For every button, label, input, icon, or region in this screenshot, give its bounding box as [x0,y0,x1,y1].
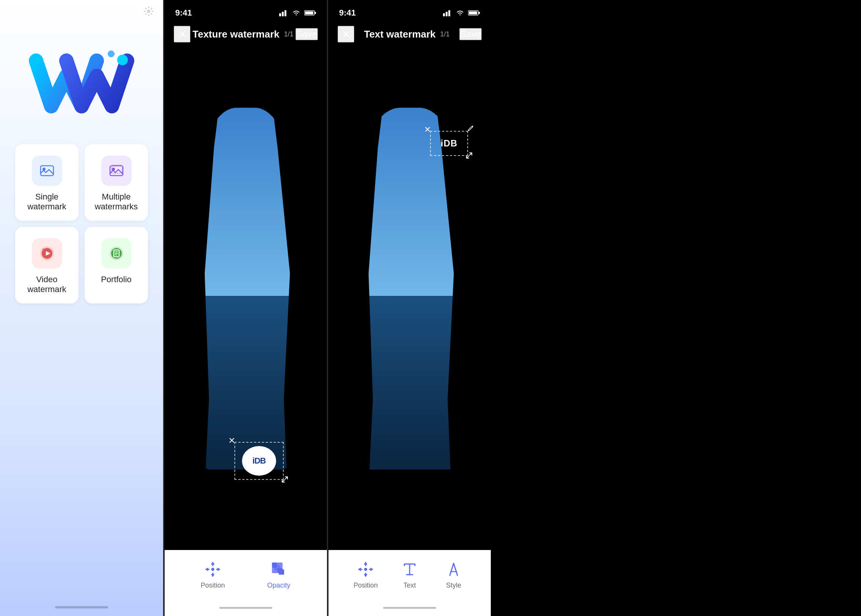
svg-point-0 [148,10,150,13]
text-status-icons [443,9,480,16]
idb-logo-watermark: iDB [242,446,276,476]
texture-resize-handle[interactable] [281,476,288,484]
svg-rect-32 [479,12,480,14]
text-header: ✕ Text watermark 1/1 Save [328,21,491,47]
multiple-watermarks-icon [101,156,132,186]
text-toolbar: Position Text Style [328,550,491,599]
texture-position-tool[interactable]: Position [196,560,230,589]
home-panel: Single watermark Multiple watermarks [0,0,163,616]
texture-status-icons [279,9,316,16]
portfolio-icon [101,238,132,269]
text-watermark-edit-icon[interactable] [467,125,474,134]
multiple-watermarks-card[interactable]: Multiple watermarks [85,144,148,221]
texture-time: 9:41 [175,8,192,18]
opacity-icon [270,560,288,578]
texture-bottom-bar [165,599,327,616]
text-watermark-close-icon[interactable]: ✕ [424,125,431,135]
single-watermark-card[interactable]: Single watermark [15,144,79,221]
svg-rect-11 [42,248,44,251]
svg-point-21 [211,568,214,571]
text-header-title: Text watermark 1/1 [364,28,450,40]
home-cards-grid: Single watermark Multiple watermarks [8,144,156,303]
svg-rect-3 [41,166,53,176]
svg-rect-20 [305,11,313,14]
texture-header-title: Texture watermark 1/1 [192,28,293,40]
svg-rect-33 [469,11,477,14]
home-bottom-indicator [55,606,108,608]
text-save-button[interactable]: Save [459,28,482,40]
svg-rect-19 [315,12,316,14]
texture-status-bar: 9:41 [165,0,327,21]
texture-page-count: 1/1 [284,30,294,38]
text-watermark-overlay[interactable]: ✕ iDB [430,131,468,156]
svg-point-2 [108,50,115,57]
text-style-icon [445,560,463,578]
text-cave-bottom [328,470,491,550]
app-logo [28,46,135,129]
app-logo-area [0,23,163,144]
text-style-tool-label: Style [446,581,461,589]
text-watermark-idb: iDB [441,138,457,149]
portfolio-label: Portfolio [101,275,132,284]
multiple-watermarks-label: Multiple watermarks [92,192,140,212]
texture-image-area: ✕ iDB [165,47,327,550]
text-text-tool[interactable]: Text [393,560,427,589]
texture-watermark-close-icon[interactable]: ✕ [228,436,235,446]
texture-close-button[interactable]: ✕ [174,26,190,42]
settings-icon[interactable] [142,5,156,18]
svg-point-34 [364,568,367,571]
portfolio-card[interactable]: Portfolio [85,227,148,303]
video-watermark-card[interactable]: Video watermark [15,227,79,303]
texture-home-indicator [219,607,272,609]
background-fill [491,0,861,616]
text-image-area: ✕ iDB [328,47,491,550]
text-position-tool-label: Position [354,581,378,589]
position-tool-label: Position [201,581,225,589]
text-page-count: 1/1 [440,30,450,38]
text-watermark-panel: 9:41 ✕ Text watermark 1/1 S [328,0,491,616]
text-text-icon [401,560,419,578]
text-style-tool[interactable]: Style [437,560,471,589]
texture-toolbar: Position Opacity [165,550,327,599]
text-status-bar: 9:41 [328,0,491,21]
texture-save-button[interactable]: Save [295,28,318,40]
texture-cave-image: ✕ iDB [165,47,327,550]
svg-rect-27 [279,569,284,575]
text-close-button[interactable]: ✕ [338,26,354,42]
text-position-icon [357,560,375,578]
svg-rect-16 [282,12,284,16]
texture-watermark-panel: 9:41 ✕ Texture waterm [164,0,327,616]
svg-rect-29 [446,12,448,16]
position-icon [204,560,222,578]
single-watermark-label: Single watermark [23,192,71,212]
texture-watermark-overlay[interactable]: ✕ iDB [234,442,284,480]
text-time: 9:41 [339,8,356,18]
texture-opacity-tool[interactable]: Opacity [262,560,296,589]
svg-point-1 [117,55,128,65]
texture-title-text: Texture watermark [192,28,279,40]
text-resize-handle[interactable] [466,152,473,160]
text-home-indicator [383,607,436,609]
home-status-bar [0,0,163,23]
text-position-tool[interactable]: Position [349,560,383,589]
video-watermark-label: Video watermark [23,275,71,294]
text-bottom-bar [328,599,491,616]
text-cave-top [328,47,491,108]
opacity-tool-label: Opacity [267,581,290,589]
svg-rect-30 [448,10,450,16]
svg-rect-15 [279,13,281,16]
svg-rect-5 [110,166,123,176]
texture-header: ✕ Texture watermark 1/1 Save [165,21,327,47]
video-watermark-icon [32,238,62,269]
svg-rect-28 [443,13,445,16]
text-title-text: Text watermark [364,28,436,40]
cave-top [165,47,327,108]
text-text-tool-label: Text [403,581,416,589]
single-watermark-icon [32,156,62,186]
svg-rect-17 [284,10,286,16]
cave-bottom [165,470,327,550]
text-cave-image: ✕ iDB [328,47,491,550]
